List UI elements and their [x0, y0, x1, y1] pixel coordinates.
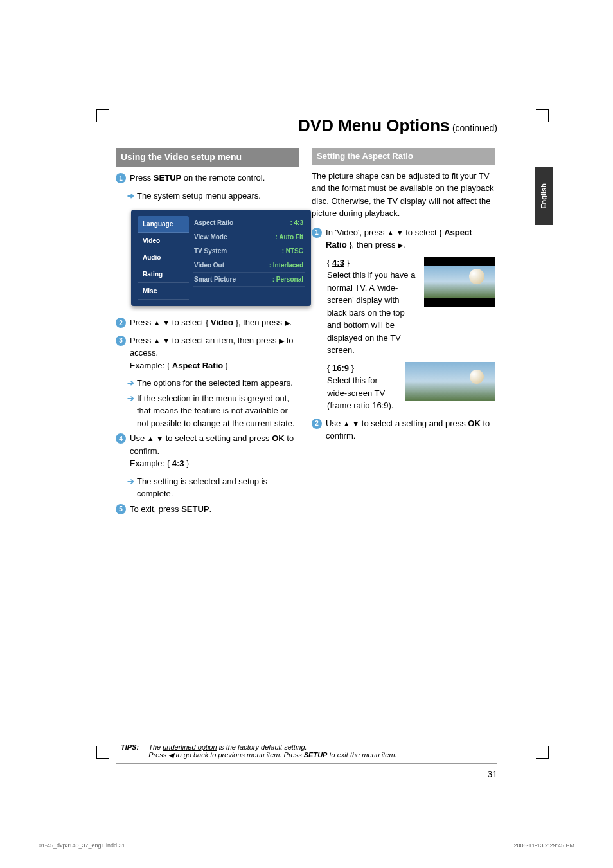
tips-label: TIPS: [121, 743, 139, 751]
down-icon [352, 419, 359, 428]
crop-mark [96, 746, 109, 759]
arrow-icon: ➔ [127, 190, 134, 203]
arrow-icon: ➔ [127, 475, 134, 500]
print-footer: 01-45_dvp3140_37_eng1.indd 31 2006-11-13… [0, 823, 613, 868]
section-title-aspect-ratio: Setting the Aspect Ratio [312, 148, 495, 165]
language-tab: English [535, 167, 553, 225]
crop-mark [536, 109, 549, 122]
step-badge-4: 4 [116, 433, 126, 444]
step-badge-5: 5 [116, 504, 126, 514]
header-title: DVD Menu Options [298, 116, 449, 135]
left-column: Using the Video setup menu 1 Press SETUP… [116, 148, 299, 520]
menu-item: TV System: NTSC [193, 244, 305, 258]
step-1-result: The system setup menu appears. [137, 190, 261, 203]
section-title-video-setup: Using the Video setup menu [116, 148, 299, 167]
up-icon [387, 228, 394, 237]
right-icon [279, 336, 284, 345]
up-icon [154, 318, 161, 327]
right-step-1-text: In 'Video', press to select { Aspect Rat… [326, 226, 495, 251]
down-icon [163, 318, 170, 327]
menu-tab-language: Language [138, 216, 189, 233]
option-16-9: { 16:9 } Select this for wide-screen TV … [327, 362, 398, 412]
step-1-text: Press SETUP on the remote control. [130, 172, 299, 185]
aspect-4-3-illustration [424, 257, 495, 307]
step-5-text: To exit, press SETUP. [130, 503, 299, 516]
step-4-result: The setting is selected and setup is com… [137, 475, 299, 500]
menu-screenshot: Language Video Audio Rating Misc Aspect … [131, 210, 311, 306]
header-subtitle: (continued) [452, 123, 497, 133]
menu-item: Aspect Ratio: 4:3 [193, 216, 305, 230]
arrow-icon: ➔ [127, 377, 134, 390]
down-icon [396, 228, 404, 237]
menu-item: View Mode: Auto Fit [193, 230, 305, 244]
aspect-16-9-illustration [405, 362, 495, 401]
right-icon [398, 240, 403, 249]
menu-tab-misc: Misc [138, 283, 189, 300]
page-number: 31 [84, 764, 529, 784]
step-3-result1: The options for the selected item appear… [137, 377, 293, 390]
down-icon [163, 336, 170, 345]
footer-file: 01-45_dvp3140_37_eng1.indd 31 [39, 842, 125, 849]
step-badge-1: 1 [116, 173, 126, 183]
right-icon [285, 318, 290, 327]
arrow-icon: ➔ [127, 392, 134, 430]
menu-tab-video: Video [138, 233, 189, 249]
crop-mark [536, 746, 549, 759]
step-4-text: Use to select a setting and press OK to … [130, 432, 299, 470]
step-badge-1: 1 [312, 228, 322, 238]
tips-box: TIPS: The underlined option is the facto… [116, 739, 497, 764]
footer-timestamp: 2006-11-13 2:29:45 PM [513, 842, 574, 849]
up-icon [343, 419, 350, 428]
step-2-text: Press to select { Video }, then press . [130, 316, 299, 329]
aspect-intro: The picture shape can be adjusted to fit… [312, 170, 495, 220]
page-header: DVD Menu Options (continued) [116, 116, 497, 138]
crop-mark [96, 109, 109, 122]
step-badge-2: 2 [116, 318, 126, 328]
down-icon [156, 433, 163, 443]
up-icon [147, 433, 154, 443]
up-icon [154, 336, 161, 345]
step-3-result2: If the selection in the menu is greyed o… [137, 392, 299, 430]
language-tab-label: English [540, 183, 547, 209]
step-badge-3: 3 [116, 336, 126, 346]
option-4-3: { 4:3 } Select this if you have a normal… [327, 257, 418, 357]
menu-item: Smart Picture: Personal [193, 273, 305, 287]
right-step-2-text: Use to select a setting and press OK to … [326, 417, 495, 442]
menu-tab-audio: Audio [138, 249, 189, 266]
menu-item: Video Out: Interlaced [193, 258, 305, 273]
step-3-text: Press to select an item, then press to a… [130, 334, 299, 372]
menu-tab-rating: Rating [138, 266, 189, 283]
right-column: Setting the Aspect Ratio The picture sha… [312, 148, 495, 520]
step-badge-2: 2 [312, 419, 322, 429]
